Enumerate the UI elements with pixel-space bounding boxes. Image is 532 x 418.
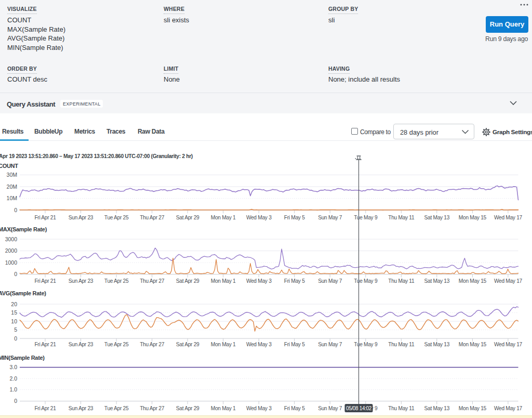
svg-text:Sat Apr 29: Sat Apr 29 — [176, 215, 200, 220]
svg-text:Apr 19 2023 13:51:20.860 – May: Apr 19 2023 13:51:20.860 – May 17 2023 1… — [0, 153, 193, 159]
svg-text:0: 0 — [14, 398, 17, 404]
svg-text:Sat May 13: Sat May 13 — [424, 406, 450, 411]
svg-text:Thu May 11: Thu May 11 — [388, 215, 415, 220]
svg-text:Tue May 9: Tue May 9 — [354, 215, 378, 220]
svg-text:Wed May 3: Wed May 3 — [246, 342, 272, 347]
svg-text:10: 10 — [11, 318, 17, 324]
svg-text:Thu May 11: Thu May 11 — [388, 342, 415, 347]
svg-text:COUNT: COUNT — [0, 163, 18, 169]
svg-text:Wed May 17: Wed May 17 — [494, 406, 523, 411]
svg-text:Sun May 7: Sun May 7 — [318, 342, 342, 347]
svg-text:Fri Apr 21: Fri Apr 21 — [34, 278, 56, 284]
svg-text:AVG(Sample Rate): AVG(Sample Rate) — [0, 290, 46, 296]
svg-text:Mon May 15: Mon May 15 — [459, 406, 487, 411]
svg-text:Sun May 7: Sun May 7 — [318, 406, 342, 411]
svg-text:Thu May 11: Thu May 11 — [388, 278, 415, 284]
svg-text:Thu Apr 27: Thu Apr 27 — [140, 342, 164, 347]
svg-text:Sat Apr 29: Sat Apr 29 — [176, 406, 200, 411]
svg-text:Sun May 7: Sun May 7 — [318, 278, 342, 284]
svg-text:Wed May 17: Wed May 17 — [494, 342, 523, 347]
svg-text:15: 15 — [11, 309, 17, 316]
svg-text:Tue Apr 25: Tue Apr 25 — [104, 342, 129, 347]
svg-text:5: 5 — [14, 326, 17, 333]
svg-text:Fri May 5: Fri May 5 — [284, 215, 305, 220]
svg-text:20M: 20M — [7, 184, 17, 190]
svg-text:Mon May 1: Mon May 1 — [211, 278, 236, 284]
svg-text:3.0: 3.0 — [9, 364, 17, 370]
svg-text:Mon May 15: Mon May 15 — [459, 342, 487, 347]
svg-text:Fri Apr 21: Fri Apr 21 — [34, 342, 56, 347]
svg-text:Wed May 17: Wed May 17 — [494, 278, 523, 284]
svg-text:Tue May 9: Tue May 9 — [354, 278, 378, 284]
svg-text:3000: 3000 — [5, 236, 18, 242]
svg-text:0: 0 — [14, 271, 17, 277]
svg-text:20: 20 — [11, 301, 17, 307]
svg-text:Thu Apr 27: Thu Apr 27 — [140, 278, 164, 284]
svg-text:Sun Apr 23: Sun Apr 23 — [69, 406, 94, 411]
svg-text:Mon May 1: Mon May 1 — [211, 215, 236, 220]
svg-text:Tue Apr 25: Tue Apr 25 — [104, 215, 129, 220]
svg-text:Wed May 17: Wed May 17 — [494, 215, 523, 220]
svg-text:Tue Apr 25: Tue Apr 25 — [104, 406, 129, 411]
svg-text:Fri May 5: Fri May 5 — [284, 342, 305, 347]
svg-text:0: 0 — [14, 335, 17, 342]
svg-text:05/08 14:02: 05/08 14:02 — [346, 406, 372, 411]
svg-text:Sat May 13: Sat May 13 — [424, 342, 450, 347]
svg-text:Mon May 1: Mon May 1 — [211, 406, 236, 411]
svg-text:Mon May 1: Mon May 1 — [211, 342, 236, 347]
svg-text:Fri Apr 21: Fri Apr 21 — [34, 215, 56, 220]
svg-text:Sat Apr 29: Sat Apr 29 — [176, 278, 200, 284]
svg-text:2.0: 2.0 — [9, 375, 17, 382]
svg-text:Sat Apr 29: Sat Apr 29 — [176, 342, 200, 347]
svg-text:Sat May 13: Sat May 13 — [424, 278, 450, 284]
svg-text:MIN(Sample Rate): MIN(Sample Rate) — [0, 355, 45, 361]
svg-text:Wed May 3: Wed May 3 — [246, 278, 272, 284]
svg-text:Fri Apr 21: Fri Apr 21 — [34, 406, 56, 411]
svg-text:Sun May 7: Sun May 7 — [318, 215, 342, 220]
svg-text:Wed May 3: Wed May 3 — [246, 406, 272, 411]
svg-text:2000: 2000 — [5, 247, 18, 254]
svg-text:Sun Apr 23: Sun Apr 23 — [69, 215, 94, 220]
svg-text:Sun Apr 23: Sun Apr 23 — [69, 342, 94, 347]
svg-text:Thu May 11: Thu May 11 — [388, 406, 415, 411]
svg-text:30M: 30M — [7, 172, 17, 178]
svg-text:Thu Apr 27: Thu Apr 27 — [140, 215, 164, 220]
svg-text:Sat May 13: Sat May 13 — [424, 215, 450, 220]
svg-text:10M: 10M — [7, 195, 17, 201]
svg-text:Wed May 3: Wed May 3 — [246, 215, 272, 220]
svg-text:0: 0 — [14, 207, 17, 213]
svg-text:1000: 1000 — [5, 259, 18, 266]
svg-text:Sun Apr 23: Sun Apr 23 — [69, 278, 94, 284]
svg-text:Tue Apr 25: Tue Apr 25 — [104, 278, 129, 284]
svg-text:Tue May 9: Tue May 9 — [354, 342, 378, 347]
svg-text:Thu Apr 27: Thu Apr 27 — [140, 406, 164, 411]
svg-text:Mon May 15: Mon May 15 — [459, 278, 487, 284]
svg-text:Fri May 5: Fri May 5 — [284, 278, 305, 284]
svg-text:Fri May 5: Fri May 5 — [284, 406, 305, 411]
svg-text:Mon May 15: Mon May 15 — [459, 215, 487, 220]
svg-text:MAX(Sample Rate): MAX(Sample Rate) — [0, 226, 47, 232]
svg-text:1.0: 1.0 — [9, 386, 17, 393]
